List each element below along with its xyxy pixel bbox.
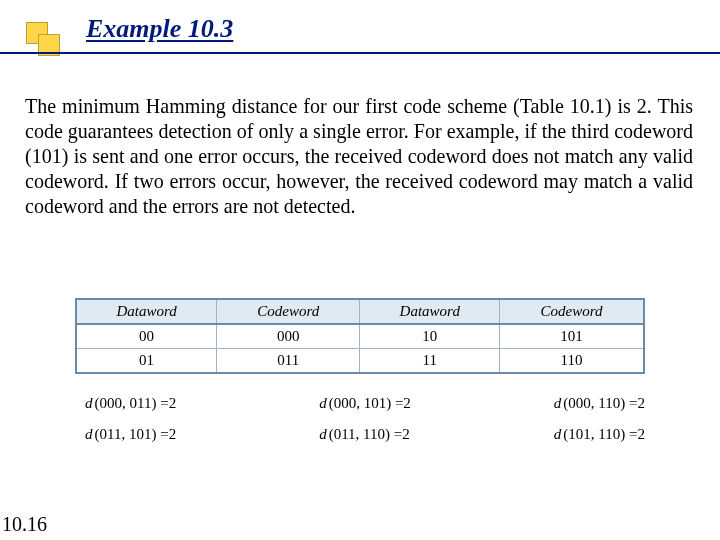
distance-args: (000, 110) bbox=[563, 395, 625, 411]
distance-value: =2 bbox=[395, 395, 411, 411]
codeword-table-wrap: Dataword Codeword Dataword Codeword 00 0… bbox=[75, 298, 645, 374]
distance-args: (101, 110) bbox=[563, 426, 625, 442]
table-cell: 00 bbox=[76, 324, 217, 349]
distance-symbol: d bbox=[319, 395, 327, 411]
codeword-table: Dataword Codeword Dataword Codeword 00 0… bbox=[75, 298, 645, 374]
table-header: Codeword bbox=[217, 299, 360, 324]
table-cell: 011 bbox=[217, 349, 360, 374]
distance-symbol: d bbox=[85, 395, 93, 411]
heading-wrap: Example 10.3 bbox=[86, 14, 233, 44]
table-header-row: Dataword Codeword Dataword Codeword bbox=[76, 299, 644, 324]
distance-args: (000, 011) bbox=[95, 395, 157, 411]
table-cell: 000 bbox=[217, 324, 360, 349]
distance-symbol: d bbox=[554, 395, 562, 411]
distance-args: (011, 110) bbox=[329, 426, 390, 442]
distance-value: =2 bbox=[160, 395, 176, 411]
distance-entry: d(000, 101) =2 bbox=[319, 395, 411, 412]
distance-symbol: d bbox=[319, 426, 327, 442]
distance-col: d(000, 110) =2 d(101, 110) =2 bbox=[554, 395, 645, 443]
table-cell: 110 bbox=[500, 349, 644, 374]
table-cell: 11 bbox=[360, 349, 500, 374]
table-header: Dataword bbox=[76, 299, 217, 324]
table-header: Dataword bbox=[360, 299, 500, 324]
table-row: 01 011 11 110 bbox=[76, 349, 644, 374]
distance-entry: d(011, 101) =2 bbox=[85, 426, 176, 443]
distance-args: (000, 101) bbox=[329, 395, 392, 411]
distance-entry: d(011, 110) =2 bbox=[319, 426, 411, 443]
distance-args: (011, 101) bbox=[95, 426, 157, 442]
table-row: 00 000 10 101 bbox=[76, 324, 644, 349]
distance-value: =2 bbox=[629, 426, 645, 442]
hamming-distance-list: d(000, 011) =2 d(011, 101) =2 d(000, 101… bbox=[85, 395, 645, 443]
distance-col: d(000, 101) =2 d(011, 110) =2 bbox=[319, 395, 411, 443]
table-header: Codeword bbox=[500, 299, 644, 324]
distance-value: =2 bbox=[629, 395, 645, 411]
distance-entry: d(101, 110) =2 bbox=[554, 426, 645, 443]
distance-symbol: d bbox=[85, 426, 93, 442]
distance-entry: d(000, 110) =2 bbox=[554, 395, 645, 412]
distance-symbol: d bbox=[554, 426, 562, 442]
distance-value: =2 bbox=[394, 426, 410, 442]
slide-heading: Example 10.3 bbox=[86, 14, 233, 43]
table-cell: 01 bbox=[76, 349, 217, 374]
table-cell: 10 bbox=[360, 324, 500, 349]
table-cell: 101 bbox=[500, 324, 644, 349]
distance-entry: d(000, 011) =2 bbox=[85, 395, 176, 412]
distance-value: =2 bbox=[160, 426, 176, 442]
slide-number: 10.16 bbox=[2, 513, 47, 536]
body-paragraph: The minimum Hamming distance for our fir… bbox=[25, 94, 693, 219]
distance-col: d(000, 011) =2 d(011, 101) =2 bbox=[85, 395, 176, 443]
heading-rule bbox=[0, 52, 720, 54]
